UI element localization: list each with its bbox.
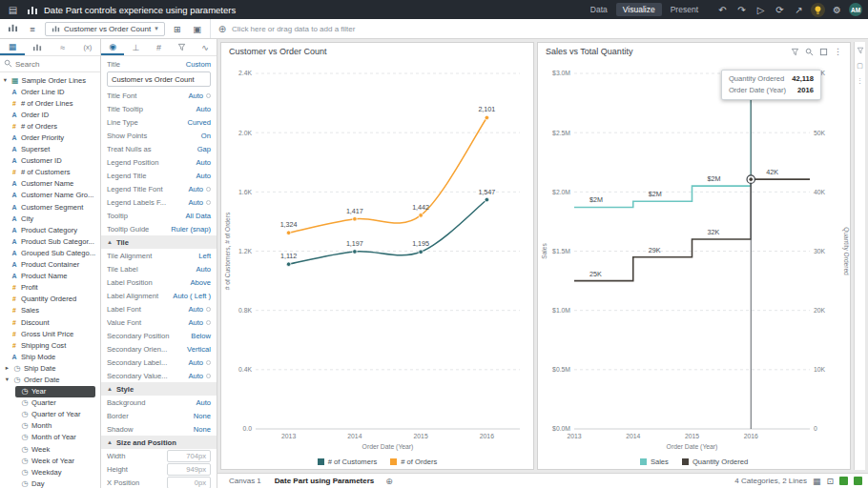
canvas-tab-date-part-using-parameters[interactable]: Date Part using Parameters xyxy=(269,477,381,485)
mode-tab-data[interactable]: Data xyxy=(584,3,614,16)
field-year[interactable]: ◷Year xyxy=(15,386,95,397)
undo-icon[interactable]: ↶ xyxy=(715,3,730,17)
prop-value[interactable]: Custom xyxy=(186,60,211,69)
tab-analytics[interactable]: ≈ xyxy=(51,39,75,55)
tab-axis[interactable]: ⊥ xyxy=(124,39,147,55)
prop-show-points[interactable]: Show PointsOn xyxy=(101,129,217,142)
field-product-sub-categor[interactable]: AProduct Sub Categor... xyxy=(0,235,100,247)
prop-label-font[interactable]: Label FontAuto xyxy=(101,302,217,315)
prop-secondary-label[interactable]: Secondary Label...Auto xyxy=(101,356,217,369)
field-customer-id[interactable]: ACustomer ID xyxy=(0,155,100,167)
prop-value[interactable]: All Data xyxy=(185,212,211,220)
field-sample-order-lines[interactable]: ▾▦Sample Order Lines xyxy=(0,74,100,86)
field-of-orders[interactable]: ## of Orders xyxy=(0,120,100,132)
status-green-icon-1[interactable] xyxy=(839,477,848,485)
prop-tile-alignment[interactable]: Tile AlignmentLeft xyxy=(101,249,217,262)
prop-tooltip-guide[interactable]: Tooltip GuideRuler (snap) xyxy=(101,222,217,235)
prop-shadow[interactable]: ShadowNone xyxy=(101,422,217,436)
canvas-fit-icon[interactable]: ⊡ xyxy=(826,477,834,486)
prop-value[interactable]: Auto xyxy=(188,185,203,193)
field-day[interactable]: ◷Day xyxy=(0,478,100,488)
field-of-order-lines[interactable]: ## of Order Lines xyxy=(0,97,100,109)
field-order-line-id[interactable]: AOrder Line ID xyxy=(0,86,100,97)
legend-item-quantity-ordered[interactable]: Quantity Ordered xyxy=(682,458,748,466)
prop-value[interactable]: Left xyxy=(198,252,211,260)
prop-value[interactable]: Auto xyxy=(196,265,211,274)
props-section-style[interactable]: ▲Style xyxy=(101,382,217,396)
field-quantity-ordered[interactable]: #Quantity Ordered xyxy=(0,294,100,305)
prop-value[interactable]: Auto xyxy=(196,158,211,167)
prop-label-position[interactable]: Label PositionAbove xyxy=(101,275,217,289)
prop-secondary-value[interactable]: Secondary Value...Auto xyxy=(101,369,217,382)
prop-tooltip[interactable]: TooltipAll Data xyxy=(101,209,217,222)
tab-general[interactable]: ◉ xyxy=(101,39,124,55)
chart-card-customer-vs-order-count[interactable]: Customer vs Order Count 0.00.4K0.8K1.2K1… xyxy=(220,42,534,470)
field-gross-unit-price[interactable]: #Gross Unit Price xyxy=(0,328,100,339)
prop-reset-dot[interactable] xyxy=(206,93,211,98)
prop-legend-title[interactable]: Legend TitleAuto xyxy=(101,169,217,182)
mode-tab-visualize[interactable]: Visualize xyxy=(616,3,662,16)
prop-background[interactable]: BackgroundAuto xyxy=(101,396,217,409)
canvas-layout-icon[interactable]: ▦ xyxy=(813,477,821,486)
search-input[interactable] xyxy=(15,60,96,69)
legend-item-sales[interactable]: Sales xyxy=(640,458,669,466)
field-quarter-of-year[interactable]: ◷Quarter of Year xyxy=(0,409,100,420)
field-order-date[interactable]: ▾◷Order Date xyxy=(0,374,100,385)
field-product-container[interactable]: AProduct Container xyxy=(0,259,100,271)
prop-reset-dot[interactable] xyxy=(206,320,211,325)
field-customer-name[interactable]: ACustomer Name xyxy=(0,178,100,190)
field-month-of-year[interactable]: ◷Month of Year xyxy=(0,432,100,443)
prop-title-tooltip[interactable]: Title TooltipAuto xyxy=(101,102,217,115)
prop-value[interactable]: Auto ( Left ) xyxy=(173,292,211,300)
viz-tab-customer-vs-order-count[interactable]: Customer vs Order Count ▾ xyxy=(45,22,165,36)
chart-filter-icon[interactable] xyxy=(791,48,799,56)
field-month[interactable]: ◷Month xyxy=(0,420,100,432)
prop-value[interactable]: Vertical xyxy=(187,345,211,354)
field-superset[interactable]: ASuperset xyxy=(0,144,100,155)
chart1-body[interactable]: 0.00.4K0.8K1.2K1.6K2.0K2.4K2013201420152… xyxy=(221,60,533,454)
prop-reset-dot[interactable] xyxy=(206,200,211,205)
field-shipping-cost[interactable]: #Shipping Cost xyxy=(0,339,100,351)
field-product-category[interactable]: AProduct Category xyxy=(0,224,100,235)
viz-chart-icon[interactable] xyxy=(5,23,20,34)
chart-card-sales-vs-total-quantity[interactable]: Sales vs Total Quantity ⋮ $0.0M0$0.5M10K… xyxy=(537,42,851,470)
prop-treat-nulls-as[interactable]: Treat Nulls asGap xyxy=(101,142,217,155)
field-ship-date[interactable]: ▸◷Ship Date xyxy=(0,362,100,374)
field-customer-name-gro[interactable]: ACustomer Name Gro... xyxy=(0,190,100,201)
prop-value[interactable]: Auto xyxy=(196,398,211,407)
share-icon[interactable]: ↗ xyxy=(792,3,806,17)
prop-value[interactable]: Above xyxy=(190,278,211,287)
prop-legend-title-font[interactable]: Legend Title FontAuto xyxy=(101,182,217,195)
prop-value[interactable]: Auto xyxy=(196,172,211,180)
tab-parameters[interactable]: (x) xyxy=(75,39,100,55)
prop-reset-dot[interactable] xyxy=(206,360,211,365)
rail-filter-icon[interactable] xyxy=(857,47,864,54)
legend-item-of-customers[interactable]: # of Customers xyxy=(318,458,378,466)
tab-data[interactable]: ▦ xyxy=(0,39,25,55)
prop-value[interactable]: Auto xyxy=(188,198,203,207)
field-week-of-year[interactable]: ◷Week of Year xyxy=(0,455,100,466)
tab-filters[interactable] xyxy=(171,39,194,55)
prop-width[interactable]: Width704px xyxy=(101,449,217,462)
prop-line-type[interactable]: Line TypeCurved xyxy=(101,115,217,129)
insights-bulb-icon[interactable] xyxy=(811,3,825,17)
home-grid-icon[interactable]: ▤ xyxy=(6,3,20,17)
prop-value-font[interactable]: Value FontAuto xyxy=(101,315,217,329)
user-avatar[interactable]: AM xyxy=(849,3,862,16)
settings-gear-icon[interactable]: ⚙ xyxy=(830,3,844,17)
prop-secondary-position[interactable]: Secondary PositionBelow xyxy=(101,329,217,342)
prop-label-alignment[interactable]: Label AlignmentAuto ( Left ) xyxy=(101,289,217,302)
field-city[interactable]: ACity xyxy=(0,213,100,224)
prop-title-font[interactable]: Title FontAuto xyxy=(101,89,217,102)
prop-value[interactable]: Ruler (snap) xyxy=(171,225,211,234)
field-of-customers[interactable]: ## of Customers xyxy=(0,167,100,178)
tab-data-values[interactable]: # xyxy=(147,39,170,55)
props-section-tile[interactable]: ▲Tile xyxy=(101,235,217,249)
prop-value[interactable]: Gap xyxy=(197,145,211,153)
field-grouped-sub-catego[interactable]: AGrouped Sub Catego... xyxy=(0,247,100,258)
props-section-size-and-position[interactable]: ▲Size and Position xyxy=(101,436,217,449)
add-canvas-icon[interactable]: ⊕ xyxy=(385,477,393,486)
prop-secondary-orien[interactable]: Secondary Orien...Vertical xyxy=(101,342,217,356)
add-filter-icon[interactable]: ⊕ xyxy=(218,24,226,34)
chart-maximize-icon[interactable] xyxy=(819,48,828,56)
